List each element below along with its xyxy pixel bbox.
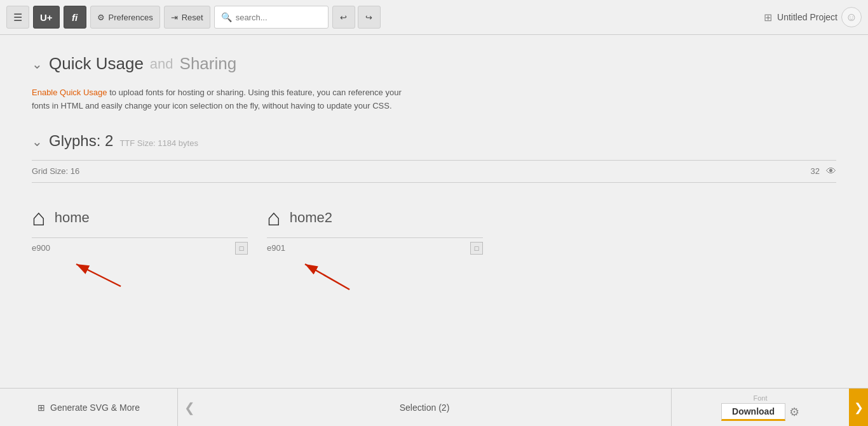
copy-icon-2: □ — [475, 244, 479, 252]
reset-label: Reset — [182, 13, 203, 22]
project-section: ⊞ Untitled Project — [764, 11, 837, 23]
u-plus-label: U+ — [40, 12, 53, 23]
grid-value: 32 — [811, 166, 820, 176]
chevron-right-button[interactable]: ❯ — [849, 389, 868, 426]
layers-icon: ⊞ — [764, 11, 772, 23]
download-button[interactable]: Download — [721, 403, 785, 421]
chevron-left-icon[interactable]: ❮ — [178, 400, 201, 415]
glyph-home-icon: ⌂ — [32, 204, 46, 231]
unicode-plus-button[interactable]: U+ — [33, 6, 60, 29]
redo-button[interactable]: ↪ — [358, 6, 381, 29]
reset-icon: ⇥ — [171, 13, 178, 22]
glyph-home2-copy-btn[interactable]: □ — [470, 242, 483, 255]
glyph-home-name: home — [55, 210, 90, 226]
glyph-home-code-row: e900 □ — [32, 237, 248, 255]
grid-size-right: 32 👁 — [811, 166, 836, 177]
fi-label: fi — [72, 12, 78, 23]
bottom-bar: ⊞ Generate SVG & More ❮ Selection (2) Fo… — [0, 388, 868, 426]
undo-redo-group: ↩ ↪ — [332, 6, 381, 29]
project-name: Untitled Project — [777, 12, 837, 22]
glyph-home-code: e900 — [32, 243, 50, 253]
font-actions: Download ⚙ — [721, 403, 799, 421]
quick-usage-section-header: ⌄ Quick Usage and Sharing — [32, 54, 836, 74]
glyph-home2-name: home2 — [290, 210, 332, 226]
glyph-home-copy-btn[interactable]: □ — [235, 242, 248, 255]
gear-icon: ⚙ — [97, 13, 105, 22]
hamburger-icon: ☰ — [13, 11, 22, 23]
redo-icon: ↪ — [365, 13, 372, 22]
undo-icon: ↩ — [340, 13, 347, 22]
user-avatar[interactable]: ☺ — [841, 7, 862, 27]
quick-usage-title: Quick Usage — [49, 54, 144, 74]
font-section: Font Download ⚙ — [671, 389, 849, 426]
quick-usage-connector: and — [150, 56, 173, 72]
grid-size-row: Grid Size: 16 32 👁 — [32, 160, 836, 183]
search-box: 🔍 — [214, 6, 329, 29]
glyphs-title: Glyphs: 2 — [49, 132, 113, 150]
font-settings-icon[interactable]: ⚙ — [789, 405, 799, 419]
generate-button[interactable]: ⊞ Generate SVG & More — [0, 389, 178, 426]
preferences-label: Preferences — [109, 13, 153, 22]
search-input[interactable] — [236, 13, 318, 22]
quick-usage-description: Enable Quick Usage to upload fonts for h… — [32, 86, 413, 113]
user-icon: ☺ — [846, 11, 857, 24]
eye-icon[interactable]: 👁 — [826, 166, 836, 177]
home-arrow-container — [32, 255, 248, 293]
glyphs-section-header: ⌄ Glyphs: 2 TTF Size: 1184 bytes — [32, 132, 836, 150]
home2-arrow-container — [267, 255, 483, 293]
home2-arrow-svg — [267, 255, 362, 293]
font-label: Font — [753, 394, 767, 402]
glyph-item-home2: ⌂ home2 e901 □ — [267, 198, 483, 299]
chevron-right-icon: ❯ — [854, 401, 864, 415]
svg-line-1 — [76, 264, 121, 286]
preferences-button[interactable]: ⚙ Preferences — [90, 6, 160, 29]
selection-section: ❮ Selection (2) — [178, 403, 671, 413]
search-icon: 🔍 — [221, 12, 232, 22]
glyph-home2-icon: ⌂ — [267, 204, 281, 231]
glyph-home-header: ⌂ home — [32, 204, 248, 231]
selection-label: Selection (2) — [400, 403, 450, 413]
home-arrow-svg — [32, 255, 127, 293]
generate-label: Generate SVG & More — [50, 403, 140, 413]
glyph-home2-code-row: e901 □ — [267, 237, 483, 255]
quick-usage-subtitle: Sharing — [180, 54, 237, 74]
glyphs-area: ⌂ home e900 □ — [32, 198, 836, 312]
quick-usage-chevron[interactable]: ⌄ — [32, 57, 43, 72]
glyph-home2-header: ⌂ home2 — [267, 204, 483, 231]
glyphs-ttf-label: TTF Size: 1184 bytes — [119, 138, 198, 148]
svg-line-3 — [305, 264, 349, 290]
copy-icon: □ — [240, 244, 244, 252]
menu-button[interactable]: ☰ — [6, 6, 29, 29]
toolbar: ☰ U+ fi ⚙ Preferences ⇥ Reset 🔍 ↩ ↪ ⊞ Un… — [0, 0, 868, 35]
glyph-home2-code: e901 — [267, 243, 285, 253]
enable-quick-usage-link[interactable]: Enable Quick Usage — [32, 88, 107, 97]
glyphs-chevron[interactable]: ⌄ — [32, 134, 43, 149]
fi-button[interactable]: fi — [64, 6, 86, 29]
grid-size-label: Grid Size: 16 — [32, 166, 79, 176]
glyphs-grid: ⌂ home e900 □ — [32, 198, 836, 312]
glyph-item-home: ⌂ home e900 □ — [32, 198, 248, 299]
main-content: ⌄ Quick Usage and Sharing Enable Quick U… — [0, 35, 868, 388]
undo-button[interactable]: ↩ — [332, 6, 355, 29]
reset-button[interactable]: ⇥ Reset — [164, 6, 210, 29]
generate-icon: ⊞ — [37, 403, 45, 413]
